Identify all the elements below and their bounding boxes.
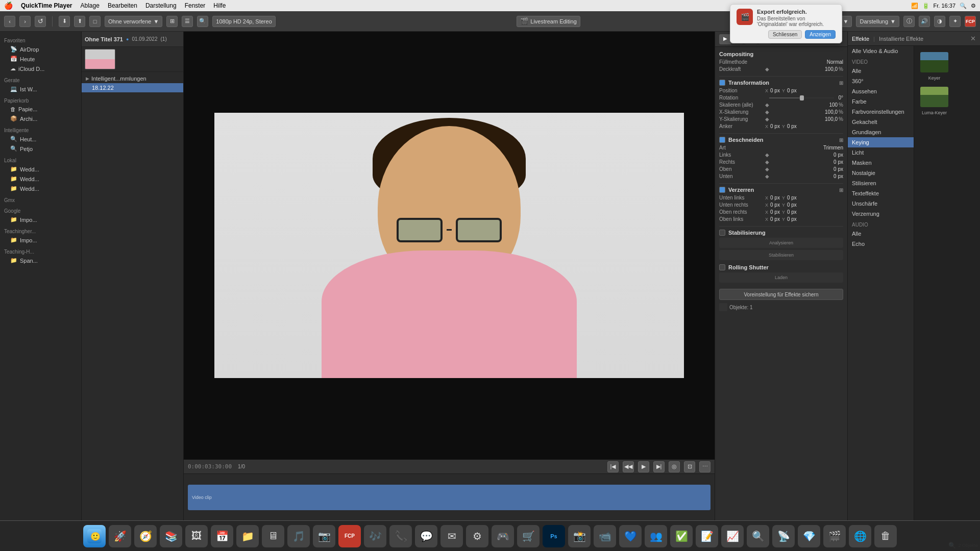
timeline-rewind-button[interactable]: ◀◀ (623, 461, 634, 472)
dock-appstore[interactable]: 🛒 (517, 525, 540, 547)
effects-item-masken[interactable]: Masken (848, 158, 914, 168)
dock-camera[interactable]: 📷 (313, 525, 335, 547)
dock-contacts[interactable]: 👥 (645, 525, 667, 547)
verzerren-checkbox[interactable] (719, 187, 725, 193)
dock-translate[interactable]: 🌐 (849, 525, 871, 547)
beschneiden-expand-icon[interactable]: ⊞ (839, 137, 843, 143)
audio-button[interactable]: 🔊 (919, 16, 930, 27)
darstellung-dropdown[interactable]: Darstellung ▼ (856, 16, 899, 27)
dock-game[interactable]: 🎮 (492, 525, 514, 547)
wifi-icon[interactable]: 📶 (911, 3, 918, 9)
sidebar-item-airdrop[interactable]: 📡 AirDrop (0, 44, 81, 54)
dock-skype[interactable]: 💙 (619, 525, 642, 547)
anker-y-value[interactable]: 0 px (787, 123, 797, 129)
project-item-date[interactable]: 18.12.22 (82, 83, 183, 92)
effects-item-unschärfe[interactable]: Unschärfe (848, 198, 914, 209)
dock-spotlight[interactable]: 🔍 (747, 525, 769, 547)
y-skalierung-value[interactable]: 100,0 (771, 116, 838, 122)
rechts-value[interactable]: 0 px (771, 159, 843, 165)
sidebar-item-heute[interactable]: 📅 Heute (0, 54, 81, 64)
pos-y-value[interactable]: 0 px (787, 88, 797, 93)
unten-value[interactable]: 0 px (771, 173, 843, 179)
effects-item-licht[interactable]: Licht (848, 147, 914, 158)
effects-item-gekachelt[interactable]: Gekachelt (848, 117, 914, 127)
filter-dropdown[interactable]: Ohne verworfene ▼ (105, 16, 162, 27)
effect-thumb-keyer[interactable]: Keyer (918, 50, 950, 81)
effects-item-alle[interactable]: Alle (848, 66, 914, 76)
pos-x-value[interactable]: 0 px (770, 88, 780, 93)
sidebar-item-wedd2[interactable]: 📁 Wedd... (0, 174, 81, 184)
menu-ablage[interactable]: Ablage (81, 2, 100, 9)
effects-item-grundlagen[interactable]: Grundlagen (848, 127, 914, 137)
effects-item-texteffekte[interactable]: Texteffekte (848, 188, 914, 198)
compositing-header[interactable]: Compositing (719, 51, 843, 57)
effects-button[interactable]: ✦ (949, 16, 961, 27)
app-name[interactable]: QuickTime Player (21, 2, 72, 9)
effects-item-farbe[interactable]: Farbe (848, 96, 914, 107)
dock-music[interactable]: 🎵 (287, 525, 310, 547)
menu-fenster[interactable]: Fenster (185, 2, 206, 9)
save-effect-preset-button[interactable]: Voreinstellung für Effekte sichern (719, 289, 843, 300)
rolling-shutter-header[interactable]: Rolling Shutter (719, 264, 843, 270)
effects-tab-main[interactable]: Effekte (852, 36, 869, 42)
sidebar-item-icloud[interactable]: ☁ iCloud D... (0, 64, 81, 73)
effects-item-keying[interactable]: Keying (848, 137, 914, 147)
stabilisierung-header[interactable]: Stabilisierung (719, 230, 843, 236)
dock-files[interactable]: 📁 (236, 525, 259, 547)
notification-close-button[interactable]: Schliessen (768, 32, 802, 39)
or-y-val[interactable]: 0 px (787, 209, 797, 215)
dock-sketch[interactable]: 💎 (798, 525, 820, 547)
effects-tab-installed[interactable]: Installierte Effekte (879, 36, 923, 42)
effects-item-echo[interactable]: Echo (848, 239, 914, 249)
dock-fcpx[interactable]: FCP (338, 525, 361, 547)
rolling-shutter-checkbox[interactable] (719, 264, 725, 270)
sidebar-item-petjo[interactable]: 🔍 Petjo (0, 144, 81, 154)
dock-notes[interactable]: 📝 (696, 525, 718, 547)
effects-item-verzerrung[interactable]: Verzerrung (848, 209, 914, 219)
back-button[interactable]: ‹ (4, 16, 15, 27)
dock-iphoto[interactable]: 📸 (568, 525, 591, 547)
anker-x-value[interactable]: 0 px (770, 123, 780, 129)
share-button[interactable]: ⬆ (74, 16, 85, 27)
dock-things[interactable]: ✅ (670, 525, 693, 547)
notification-action-button[interactable]: Anzeigen (805, 32, 836, 39)
grid-view-button[interactable]: ⊞ (166, 16, 178, 27)
ul-x-val[interactable]: 0 px (770, 195, 780, 201)
dock-music2[interactable]: 🎶 (364, 525, 386, 547)
ur-x-val[interactable]: 0 px (770, 202, 780, 208)
dock-photos[interactable]: 🖼 (185, 525, 208, 547)
transformation-checkbox[interactable] (719, 80, 725, 86)
effects-item-360[interactable]: 360° (848, 76, 914, 86)
sidebar-item-wedd1[interactable]: 📁 Wedd... (0, 164, 81, 174)
verzerren-header[interactable]: Verzerren ⊞ (719, 187, 843, 193)
project-item-intelligent[interactable]: ▶ Intelligent...mmlungen (82, 74, 183, 83)
timeline-play-button[interactable]: ▶ (638, 461, 649, 472)
menu-bearbeiten[interactable]: Bearbeiten (108, 2, 137, 9)
dock-safari[interactable]: 🧭 (134, 525, 157, 547)
transformation-expand-icon[interactable]: ⊞ (839, 80, 843, 86)
dock-ps[interactable]: Ps (543, 525, 565, 547)
timeline-options-button[interactable]: ⋯ (699, 461, 710, 472)
resolution-dropdown[interactable]: 1080p HD 24p, Stereo (212, 16, 275, 27)
color-button[interactable]: ◑ (934, 16, 945, 27)
proxy-button[interactable]: □ (89, 16, 101, 27)
timeline-track-video[interactable]: Video clip (188, 485, 710, 510)
dock-system-prefs[interactable]: ⚙ (466, 525, 488, 547)
verzerren-expand-icon[interactable]: ⊞ (839, 187, 843, 193)
effects-item-alle-video[interactable]: Alle Video & Audio (848, 46, 914, 56)
sidebar-item-impo[interactable]: 📁 Impo... (0, 215, 81, 224)
stabilisierung-checkbox[interactable] (719, 230, 725, 236)
x-skalierung-value[interactable]: 100,0 (771, 109, 838, 115)
menu-hilfe[interactable]: Hilfe (213, 2, 226, 9)
effects-item-nostalgie[interactable]: Nostalgie (848, 168, 914, 178)
timeline-next-button[interactable]: ▶| (653, 461, 665, 472)
effect-thumb-luma[interactable]: Luma-Keyer (918, 85, 950, 115)
dock-bluetooth[interactable]: 📡 (772, 525, 795, 547)
rotation-value[interactable]: 0° (838, 95, 843, 101)
rotation-handle[interactable] (800, 95, 804, 101)
timeline-end-button[interactable]: ⊡ (684, 461, 695, 472)
dock-launchpad[interactable]: 🚀 (109, 525, 131, 547)
workspace-dropdown[interactable]: 🎬 Livestream Editing (517, 16, 580, 27)
dock-monitor[interactable]: 🖥 (262, 525, 284, 547)
menu-darstellung[interactable]: Darstellung (145, 2, 177, 9)
